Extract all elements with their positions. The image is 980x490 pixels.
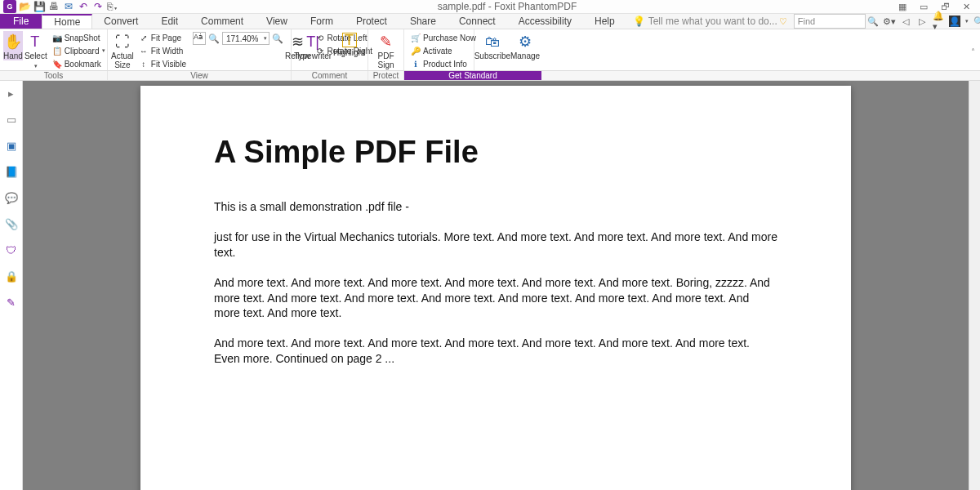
bookmark-icon: 🔖 — [52, 59, 62, 69]
tab-accessibility[interactable]: Accessibility — [507, 14, 583, 29]
tab-connect[interactable]: Connect — [448, 14, 507, 29]
tell-me[interactable]: 💡 Tell me what you want to do... — [633, 14, 777, 29]
subscribe-icon: 🛍 — [483, 33, 501, 51]
product-info-label: Product Info — [423, 60, 467, 69]
bookmark-label: Bookmark — [65, 60, 101, 69]
key-icon: 🔑 — [411, 46, 421, 56]
fit-page-label: Fit Page — [151, 33, 181, 42]
fit-visible-icon: ↕ — [139, 59, 149, 69]
signatures-panel-icon[interactable]: 🔒 — [4, 269, 19, 283]
save-icon[interactable]: 💾 — [33, 0, 46, 13]
highlight-label: Highlight — [333, 48, 365, 57]
vertical-scrollbar[interactable] — [969, 81, 980, 490]
find-input[interactable]: Find — [794, 14, 866, 29]
document-area[interactable]: A Simple PDF File This is a small demons… — [23, 81, 969, 490]
bookmark-button[interactable]: 🔖Bookmark — [49, 58, 109, 69]
redo-icon[interactable]: ↷ — [91, 0, 105, 13]
tab-share[interactable]: Share — [399, 14, 448, 29]
settings-icon[interactable]: ⚙▾ — [884, 16, 895, 27]
pages-panel-icon[interactable]: ▭ — [4, 112, 19, 127]
next-icon[interactable]: ▷ — [916, 16, 928, 27]
highlight-button[interactable]: T Highlight — [333, 31, 365, 57]
snapshot-button[interactable]: 📷SnapShot — [49, 32, 109, 43]
find-placeholder: Find — [798, 16, 815, 26]
tab-form[interactable]: Form — [299, 14, 345, 29]
snapshot-label: SnapShot — [65, 33, 100, 42]
activate-button[interactable]: 🔑Activate — [408, 45, 479, 56]
activate-label: Activate — [423, 47, 452, 56]
tab-file[interactable]: File — [0, 14, 42, 29]
expand-panel-button[interactable]: ▸ — [4, 86, 19, 100]
get-standard-banner[interactable]: Get Standard — [404, 71, 541, 80]
page-paragraph: And more text. And more text. And more t… — [214, 275, 777, 322]
info-icon: ℹ — [411, 59, 421, 69]
qat-more-icon[interactable]: ⎘▾ — [106, 0, 119, 13]
tab-edit[interactable]: Edit — [149, 14, 189, 29]
actual-size-icon: ⛶ — [114, 33, 131, 51]
tab-help[interactable]: Help — [583, 14, 626, 29]
zoom-out-icon[interactable]: 🔍 — [208, 33, 220, 44]
favorite-icon[interactable]: ♡ — [777, 16, 789, 27]
user-dropdown[interactable]: ▾ — [965, 18, 969, 24]
tab-convert[interactable]: Convert — [92, 14, 149, 29]
zoom-input[interactable]: 171.40%▾ — [222, 32, 270, 45]
open-icon[interactable]: 📂 — [18, 0, 31, 13]
layers-panel-icon[interactable]: ▣ — [4, 138, 19, 153]
find-search-icon[interactable]: 🔍 — [867, 16, 879, 27]
ribbon-labels: Tools View Comment Protect Get Standard — [0, 71, 980, 81]
close-button[interactable]: ✕ — [959, 1, 973, 12]
zoom-in-icon[interactable]: 🔍 — [272, 33, 283, 44]
prev-icon[interactable]: ◁ — [900, 16, 911, 27]
pdf-sign-button[interactable]: ✎ PDF Sign — [372, 31, 400, 69]
bell-icon[interactable]: 🔔▾ — [933, 16, 944, 27]
fit-page-icon: ⤢ — [139, 33, 149, 42]
group-label-comment: Comment — [292, 71, 368, 80]
actual-size-button[interactable]: ⛶ Actual Size — [111, 31, 134, 69]
sign-icon: ✎ — [377, 33, 395, 51]
manage-button[interactable]: ⚙ Manage — [510, 31, 540, 60]
subscribe-label: Subscribe — [474, 51, 510, 60]
clipboard-button[interactable]: 📋Clipboard▾ — [49, 45, 109, 56]
typewriter-button[interactable]: T| Typewriter — [294, 31, 332, 60]
fit-width-button[interactable]: ↔Fit Width — [136, 45, 189, 56]
page-paragraph: This is a small demonstration .pdf file … — [214, 199, 777, 215]
minimize-button[interactable]: ▭ — [916, 1, 931, 12]
tell-me-text: Tell me what you want to do... — [648, 16, 777, 27]
page-paragraph: And more text. And more text. And more t… — [214, 336, 777, 367]
collapse-ribbon-button[interactable]: ˄ — [971, 47, 975, 56]
grid-icon[interactable]: ▦ — [895, 1, 910, 12]
tab-protect[interactable]: Protect — [345, 14, 399, 29]
zoom-value: 171.40% — [226, 34, 258, 43]
tab-home[interactable]: Home — [42, 14, 92, 29]
print-icon[interactable]: 🖶 — [47, 0, 60, 13]
actual-size-label: Actual Size — [111, 51, 134, 69]
comments-panel-icon[interactable]: 💬 — [4, 190, 19, 205]
bookmarks-panel-icon[interactable]: 📘 — [4, 164, 19, 179]
user-icon[interactable]: 👤 — [949, 16, 960, 27]
select-label: Select▾ — [24, 51, 47, 70]
email-icon[interactable]: ✉ — [62, 0, 75, 13]
page-paragraph: just for use in the Virtual Mechanics tu… — [214, 229, 777, 261]
search-global-icon[interactable]: 🔍 — [973, 16, 980, 27]
clipboard-label: Clipboard — [65, 47, 100, 56]
attachments-panel-icon[interactable]: 📎 — [4, 216, 19, 231]
undo-icon[interactable]: ↶ — [77, 0, 90, 13]
security-panel-icon[interactable]: 🛡 — [4, 243, 19, 257]
tab-view[interactable]: View — [255, 14, 299, 29]
select-button[interactable]: Ꭲ Select▾ — [24, 31, 47, 70]
articles-panel-icon[interactable]: ✎ — [4, 295, 19, 310]
pdf-page: A Simple PDF File This is a small demons… — [140, 86, 851, 490]
text-size-icon[interactable]: Aȧ — [193, 32, 206, 45]
tab-comment[interactable]: Comment — [189, 14, 255, 29]
app-logo[interactable]: G — [3, 0, 16, 13]
title-bar: G 📂 💾 🖶 ✉ ↶ ↷ ⎘▾ sample.pdf - Foxit Phan… — [0, 0, 980, 14]
fit-page-button[interactable]: ⤢Fit Page — [136, 32, 189, 43]
fit-width-label: Fit Width — [151, 47, 183, 56]
qat: G 📂 💾 🖶 ✉ ↶ ↷ ⎘▾ — [0, 0, 119, 13]
purchase-button[interactable]: 🛒Purchase Now — [408, 32, 479, 43]
hand-button[interactable]: ✋ Hand — [3, 31, 23, 60]
product-info-button[interactable]: ℹProduct Info — [408, 58, 479, 69]
subscribe-button[interactable]: 🛍 Subscribe — [476, 31, 509, 60]
fit-visible-button[interactable]: ↕Fit Visible — [136, 58, 189, 69]
select-icon: Ꭲ — [27, 33, 45, 51]
